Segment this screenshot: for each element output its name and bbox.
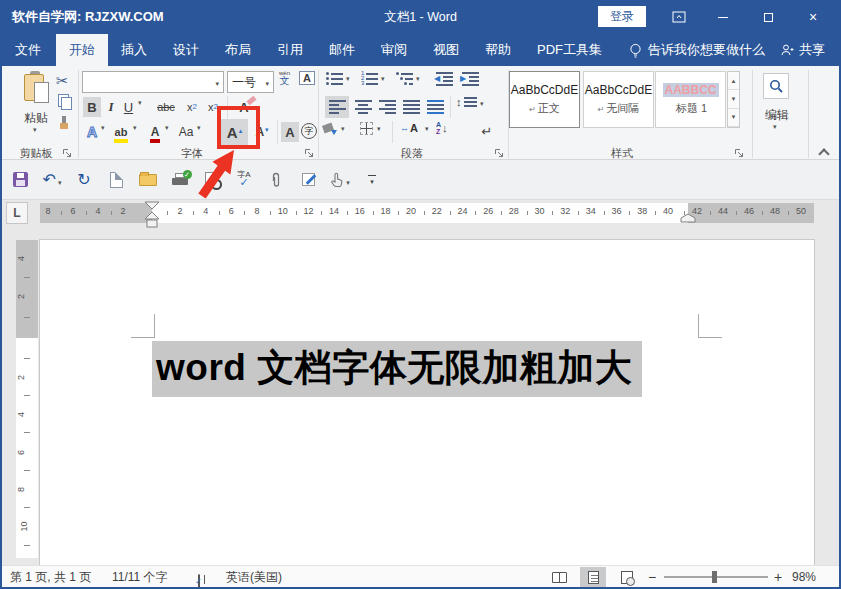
font-name-combobox[interactable] — [82, 71, 224, 93]
proofing-status[interactable] — [198, 571, 200, 589]
clipboard-dialog-launcher[interactable] — [62, 148, 72, 158]
show-hide-marks-button[interactable]: ↵ — [478, 121, 496, 141]
text-highlight-dropdown[interactable] — [133, 124, 137, 132]
format-painter-button[interactable] — [58, 116, 70, 130]
align-left-button[interactable] — [325, 96, 349, 118]
spelling-grammar-button[interactable]: 字A✓ — [234, 167, 254, 193]
change-case-button[interactable]: Aa — [176, 121, 196, 143]
shading-dropdown[interactable] — [341, 125, 345, 133]
word-count[interactable]: 11/11 个字 — [112, 566, 168, 588]
align-center-button[interactable] — [351, 96, 375, 118]
styles-gallery-scrollbar[interactable]: ▲ ▼ ▼ — [727, 71, 740, 128]
font-color-dropdown[interactable] — [165, 124, 169, 132]
bold-button[interactable]: B — [83, 97, 101, 117]
zoom-slider[interactable] — [664, 576, 768, 578]
asian-layout-button[interactable]: ↔A — [400, 122, 418, 134]
collapse-ribbon-button[interactable] — [818, 148, 829, 159]
borders-button[interactable] — [360, 122, 373, 135]
enclose-characters-button[interactable]: 字 — [301, 123, 317, 139]
style-card-no-spacing[interactable]: AaBbCcDdE ↵无间隔 — [583, 71, 654, 128]
tab-7[interactable]: 审阅 — [368, 34, 420, 66]
tell-me-box[interactable]: 告诉我你想要做什么 — [629, 34, 765, 66]
text-highlight-button[interactable]: ab — [110, 121, 132, 143]
document-page[interactable]: word 文档字体无限加粗加大 — [40, 240, 814, 565]
selected-document-text[interactable]: word 文档字体无限加粗加大 — [152, 341, 642, 397]
save-button[interactable] — [10, 167, 30, 193]
tab-1[interactable]: 开始 — [56, 34, 108, 66]
underline-button[interactable]: U — [121, 97, 136, 117]
print-layout-button[interactable] — [580, 567, 606, 587]
zoom-slider-thumb[interactable] — [712, 571, 717, 583]
shading-button[interactable] — [322, 122, 337, 135]
bullets-dropdown[interactable] — [346, 75, 350, 83]
zoom-out-button[interactable]: − — [648, 566, 656, 588]
bullets-button[interactable] — [326, 72, 343, 85]
italic-button[interactable]: I — [104, 97, 118, 117]
strikethrough-button[interactable]: abc — [153, 97, 179, 117]
tab-stop-selector[interactable]: L — [6, 202, 28, 224]
editing-button[interactable] — [763, 73, 789, 99]
paste-button[interactable] — [22, 71, 52, 107]
style-card-normal[interactable]: AaBbCcDdE ↵正文 — [509, 71, 580, 128]
quick-edit-button[interactable] — [298, 167, 318, 193]
page-indicator[interactable]: 第 1 页, 共 1 页 — [10, 566, 91, 588]
character-shading-button[interactable]: A — [281, 122, 299, 142]
zoom-in-button[interactable]: + — [774, 566, 782, 588]
ribbon-display-options-button[interactable] — [662, 0, 696, 34]
text-effects-button[interactable]: A — [84, 121, 100, 143]
borders-dropdown[interactable] — [377, 125, 381, 133]
zoom-level[interactable]: 98% — [792, 566, 816, 588]
tab-5[interactable]: 引用 — [264, 34, 316, 66]
sort-button[interactable]: AZ↓ — [436, 121, 448, 135]
language-indicator[interactable]: 英语(美国) — [226, 566, 282, 588]
web-layout-button[interactable] — [614, 567, 640, 587]
right-indent-marker[interactable] — [680, 213, 696, 223]
justify-button[interactable] — [399, 96, 423, 118]
font-color-button[interactable]: A — [146, 121, 164, 143]
open-button[interactable] — [138, 167, 158, 193]
styles-dialog-launcher[interactable] — [734, 148, 744, 158]
close-button[interactable]: × — [796, 0, 830, 34]
multilevel-list-button[interactable] — [396, 72, 413, 85]
distribute-button[interactable] — [423, 96, 447, 118]
tab-6[interactable]: 邮件 — [316, 34, 368, 66]
tab-2[interactable]: 插入 — [108, 34, 160, 66]
paste-dropdown[interactable] — [33, 126, 37, 134]
copy-button[interactable] — [58, 94, 71, 109]
asian-layout-dropdown[interactable] — [425, 125, 429, 133]
tab-8[interactable]: 视图 — [420, 34, 472, 66]
font-name-dropdown[interactable] — [215, 75, 219, 89]
read-mode-button[interactable] — [546, 567, 572, 587]
undo-button[interactable]: ↶ — [42, 167, 62, 193]
touch-mouse-mode-button[interactable] — [330, 167, 350, 193]
maximize-button[interactable] — [751, 0, 785, 34]
login-button[interactable]: 登录 — [598, 6, 646, 27]
underline-dropdown[interactable] — [138, 99, 142, 107]
styles-scroll-up[interactable]: ▲ — [728, 72, 739, 90]
change-case-dropdown[interactable] — [197, 124, 201, 132]
tab-9[interactable]: 帮助 — [472, 34, 524, 66]
editing-dropdown[interactable] — [773, 123, 777, 131]
decrease-indent-button[interactable]: ◀ — [436, 72, 455, 86]
customize-qat-button[interactable] — [362, 167, 382, 193]
font-size-combobox[interactable]: 一号 — [227, 71, 274, 93]
new-document-button[interactable] — [106, 167, 126, 193]
minimize-button[interactable] — [706, 0, 740, 34]
styles-scroll-down[interactable]: ▼ — [728, 90, 739, 108]
tab-3[interactable]: 设计 — [160, 34, 212, 66]
line-spacing-dropdown[interactable] — [480, 100, 484, 108]
numbering-dropdown[interactable] — [381, 75, 385, 83]
attachment-button[interactable] — [266, 167, 286, 193]
print-preview-button[interactable] — [202, 167, 222, 193]
indent-markers[interactable] — [144, 201, 161, 229]
increase-indent-button[interactable]: ▶ — [462, 72, 481, 86]
styles-gallery-more[interactable]: ▼ — [728, 109, 739, 127]
redo-button[interactable]: ↻ — [74, 167, 94, 193]
subscript-button[interactable]: x2 — [183, 97, 201, 117]
font-size-dropdown[interactable] — [265, 75, 269, 89]
character-border-button[interactable]: A — [299, 71, 315, 85]
line-spacing-button[interactable]: ↕ — [456, 96, 477, 108]
tab-4[interactable]: 布局 — [212, 34, 264, 66]
multilevel-list-dropdown[interactable] — [416, 75, 420, 83]
align-right-button[interactable] — [375, 96, 399, 118]
